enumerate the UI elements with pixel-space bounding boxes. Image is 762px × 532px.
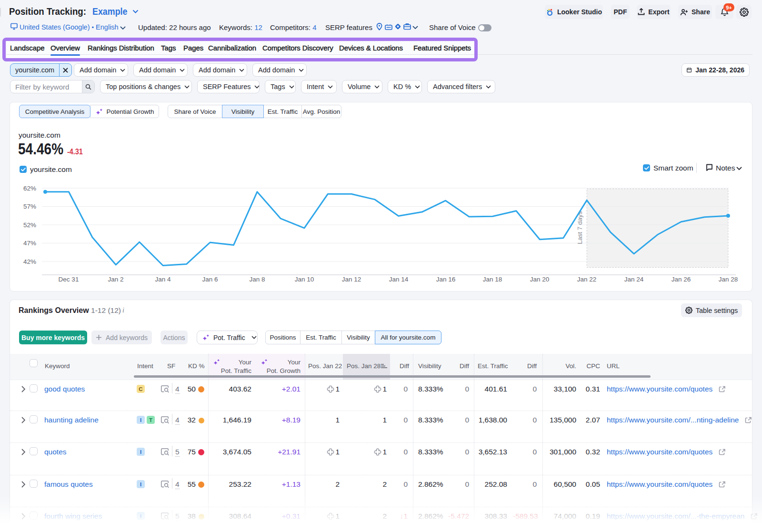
svg-text:Jan 12: Jan 12 bbox=[342, 276, 361, 283]
svg-text:62%: 62% bbox=[23, 185, 36, 192]
svg-text:Jan 2: Jan 2 bbox=[108, 276, 123, 283]
svg-text:Jan 6: Jan 6 bbox=[202, 276, 218, 283]
svg-text:Jan 18: Jan 18 bbox=[483, 276, 502, 283]
svg-text:47%: 47% bbox=[23, 240, 36, 247]
svg-text:57%: 57% bbox=[23, 203, 36, 210]
svg-text:Jan 28: Jan 28 bbox=[719, 276, 738, 283]
svg-text:Dec 31: Dec 31 bbox=[59, 276, 79, 283]
svg-text:Jan 4: Jan 4 bbox=[155, 276, 171, 283]
svg-text:Jan 16: Jan 16 bbox=[436, 276, 456, 283]
svg-text:Jan 8: Jan 8 bbox=[249, 276, 265, 283]
svg-text:52%: 52% bbox=[23, 221, 36, 229]
svg-text:Jan 10: Jan 10 bbox=[295, 276, 314, 283]
svg-text:Jan 26: Jan 26 bbox=[672, 276, 691, 283]
svg-text:Jan 14: Jan 14 bbox=[389, 276, 409, 283]
svg-text:Jan 22: Jan 22 bbox=[577, 276, 597, 283]
svg-text:42%: 42% bbox=[23, 258, 36, 265]
svg-text:Jan 20: Jan 20 bbox=[530, 276, 550, 283]
svg-text:Jan 24: Jan 24 bbox=[624, 276, 644, 283]
